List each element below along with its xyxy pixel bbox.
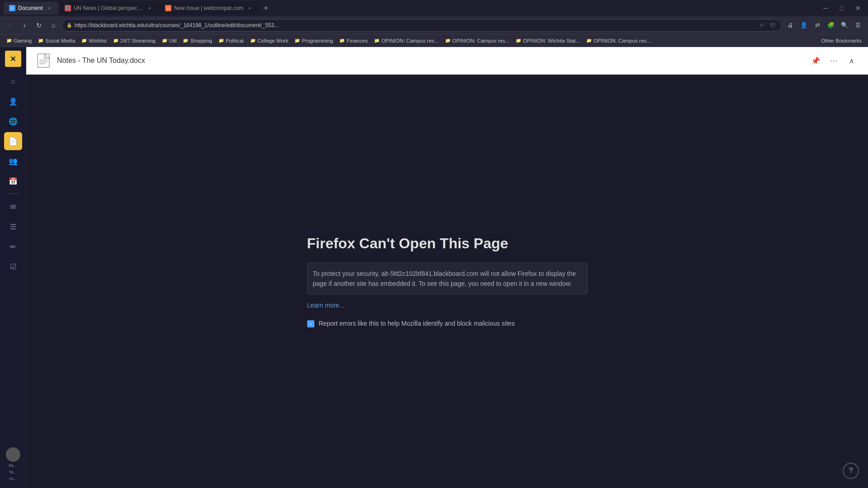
profile-icon[interactable]: 👤 <box>797 19 810 32</box>
document-header-icon <box>35 52 52 69</box>
error-title: Firefox Can't Open This Page <box>307 235 588 252</box>
pin-button[interactable]: 📌 <box>808 53 823 68</box>
star-icon[interactable]: ☆ <box>757 21 766 30</box>
bookmark-wishlist[interactable]: 📁 Wishlist <box>79 37 109 44</box>
bookmark-opinion2-label: OPINION: Campus res... <box>452 38 510 43</box>
url-text: https://blackboard.wichita.edu/ultra/cou… <box>75 22 754 28</box>
doc-file-icon <box>37 53 50 68</box>
new-tab-button[interactable]: + <box>260 2 272 14</box>
extensions-icon[interactable]: 🧩 <box>825 19 837 32</box>
bookmark-social-media[interactable]: 📁 Social Media <box>35 37 78 44</box>
tab-favicon-news: 🌐 <box>65 5 71 11</box>
sidebar-item-home[interactable]: ⌂ <box>4 72 22 90</box>
bookmark-political-label: Political <box>226 38 244 43</box>
other-bookmarks-button[interactable]: Other Bookmarks <box>819 37 864 44</box>
bookmark-opinion1[interactable]: 📁 OPINION: Campus res... <box>371 37 441 44</box>
search-icon[interactable]: 🔍 <box>838 19 851 32</box>
back-button[interactable]: ‹ <box>4 19 16 32</box>
pen-icon: ✏ <box>10 242 16 251</box>
collapse-button[interactable]: ∧ <box>844 53 859 68</box>
bookmark-college-work[interactable]: 📁 College Work <box>247 37 291 44</box>
tab-close-webcompat[interactable]: × <box>246 5 253 12</box>
address-bar-actions: ☆ 🛡 <box>757 21 777 30</box>
groups-icon: 👥 <box>9 157 18 166</box>
tab-title-document: Document <box>18 5 43 11</box>
tab-close-news[interactable]: × <box>146 5 153 12</box>
error-checkbox-row: ✓ Report errors like this to help Mozill… <box>307 320 588 327</box>
settings-icon[interactable]: ☰ <box>852 19 864 32</box>
user-text-te: Te... <box>9 470 17 474</box>
tab-document[interactable]: D Document × <box>4 2 58 14</box>
bookmark-gaming-label: Gaming <box>14 38 32 43</box>
forward-button[interactable]: › <box>18 19 31 32</box>
close-panel-button[interactable]: ✕ <box>5 51 21 67</box>
bookmark-247streaming-label: 24/7 Streaming <box>120 38 156 43</box>
bookmark-opinion4[interactable]: 📁 OPINION: Campus res... <box>583 37 654 44</box>
calendar-icon: 📅 <box>9 177 18 185</box>
more-options-button[interactable]: ⋯ <box>826 53 841 68</box>
folder-icon: 📁 <box>586 38 592 43</box>
tab-favicon-document: D <box>9 5 15 11</box>
browser-window: D Document × 🌐 UN News | Global perspect… <box>0 0 868 488</box>
tab-un-news[interactable]: 🌐 UN News | Global perspective h... × <box>59 2 159 14</box>
bookmark-shopping-label: Shopping <box>190 38 212 43</box>
document-header-actions: 📌 ⋯ ∧ <box>808 53 859 68</box>
person-icon: 👤 <box>9 97 18 106</box>
folder-icon: 📁 <box>81 38 87 43</box>
sidebar-item-pen[interactable]: ✏ <box>4 237 22 256</box>
bookmark-247streaming[interactable]: 📁 24/7 Streaming <box>110 37 158 44</box>
help-icon: ? <box>849 467 853 475</box>
sidebar-item-checkbox[interactable]: ☑ <box>4 257 22 275</box>
checkbox-icon: ☑ <box>10 262 16 271</box>
help-button[interactable]: ? <box>843 463 859 479</box>
report-errors-label: Report errors like this to help Mozilla … <box>319 320 515 327</box>
folder-icon: 📁 <box>339 38 345 43</box>
address-bar[interactable]: 🔒 https://blackboard.wichita.edu/ultra/c… <box>62 19 782 32</box>
user-area: Ph... Te... Ac... <box>6 444 20 484</box>
home-icon: ⌂ <box>11 77 15 85</box>
bookmark-political[interactable]: 📁 Political <box>216 37 247 44</box>
sidebar-item-document[interactable]: 📄 <box>4 132 22 150</box>
bookmark-finances[interactable]: 📁 Finances <box>337 37 370 44</box>
sidebar-item-mail[interactable]: ✉ <box>4 198 22 216</box>
document-icon: 📄 <box>9 137 18 146</box>
bookmark-programming[interactable]: 📁 Programming <box>292 37 336 44</box>
sidebar-item-groups[interactable]: 👥 <box>4 152 22 170</box>
error-page: Firefox Can't Open This Page To protect … <box>26 75 868 488</box>
bookmark-finances-label: Finances <box>346 38 368 43</box>
maximize-button[interactable]: □ <box>835 2 848 14</box>
error-content: Firefox Can't Open This Page To protect … <box>289 217 606 346</box>
sync-icon[interactable]: ⇄ <box>811 19 824 32</box>
home-button[interactable]: ⌂ <box>47 19 60 32</box>
bookmark-opinion2[interactable]: 📁 OPINION: Campus res... <box>442 37 512 44</box>
tab-webcompat[interactable]: W New Issue | webcompat.com × <box>160 2 259 14</box>
bookmark-shopping[interactable]: 📁 Shopping <box>180 37 215 44</box>
bookmark-college-work-label: College Work <box>257 38 289 43</box>
folder-icon: 📁 <box>516 38 521 43</box>
minimize-button[interactable]: ─ <box>819 2 832 14</box>
bookmark-util[interactable]: 📁 Util <box>159 37 180 44</box>
bookmark-opinion3[interactable]: 📁 OPINION: Wichita Stat... <box>513 37 583 44</box>
bookmark-programming-label: Programming <box>302 38 333 43</box>
error-description: To protect your security, alt-5fd2c102bf… <box>307 263 588 295</box>
other-bookmarks-label: Other Bookmarks <box>821 38 862 43</box>
sidebar-item-list[interactable]: ☰ <box>4 218 22 236</box>
sidebar-item-profile[interactable]: 👤 <box>4 92 22 110</box>
bookmark-gaming[interactable]: 📁 Gaming <box>4 37 34 44</box>
user-avatar[interactable] <box>6 447 20 462</box>
tab-bar: D Document × 🌐 UN News | Global perspect… <box>0 0 868 16</box>
shield-icon[interactable]: 🛡 <box>768 21 777 30</box>
bookmark-opinion3-label: OPINION: Wichita Stat... <box>523 38 580 43</box>
sidebar-item-calendar[interactable]: 📅 <box>4 172 22 190</box>
tab-close-document[interactable]: × <box>46 5 53 12</box>
sidebar-item-globe[interactable]: 🌐 <box>4 112 22 130</box>
user-text-ph: Ph... <box>9 464 17 468</box>
close-window-button[interactable]: ✕ <box>852 2 864 14</box>
print-icon[interactable]: 🖨 <box>784 19 797 32</box>
reload-button[interactable]: ↻ <box>33 19 45 32</box>
learn-more-link[interactable]: Learn more... <box>307 302 588 309</box>
bookmark-opinion4-label: OPINION: Campus res... <box>593 38 651 43</box>
report-errors-checkbox[interactable]: ✓ <box>307 320 314 327</box>
list-icon: ☰ <box>10 223 16 231</box>
sidebar-divider <box>6 194 20 194</box>
